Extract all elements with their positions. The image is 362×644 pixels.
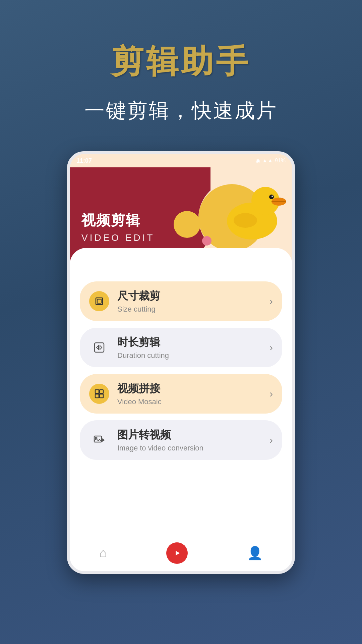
status-time: 11:07: [76, 157, 92, 164]
phone-inner: 11:07 ◉ ▲▲ 91%: [70, 154, 292, 571]
image-to-video-text: 图片转视频 Image to video conversion: [117, 428, 269, 452]
duration-cutting-title-cn: 时长剪辑: [117, 335, 269, 350]
svg-rect-11: [100, 390, 103, 393]
battery-indicator: 91%: [275, 158, 286, 164]
svg-marker-16: [176, 551, 180, 555]
svg-rect-9: [95, 343, 104, 352]
bottom-nav: ⌂ 👤: [70, 538, 292, 571]
size-cutting-title-en: Size cutting: [117, 305, 269, 314]
white-wave-decoration: [70, 248, 292, 275]
duration-cutting-text: 时长剪辑 Duration cutting: [117, 335, 269, 360]
duration-cutting-item[interactable]: 时长剪辑 Duration cutting ›: [80, 328, 282, 367]
hero-yellow-circle-small: [174, 211, 200, 238]
status-bar: 11:07 ◉ ▲▲ 91%: [70, 154, 292, 167]
clock-icon: ◉: [255, 158, 260, 164]
svg-point-6: [234, 213, 257, 228]
image-to-video-icon-bg: [89, 430, 109, 450]
svg-rect-8: [97, 299, 101, 303]
svg-rect-13: [100, 394, 103, 398]
status-icons: ◉ ▲▲ 91%: [255, 158, 286, 164]
duration-cutting-arrow: ›: [269, 342, 273, 353]
size-cutting-arrow: ›: [269, 296, 273, 307]
menu-section: 尺寸裁剪 Size cutting › 时长剪辑 Duration cuttin…: [70, 275, 292, 538]
hero-text: 视频剪辑 VIDEO EDIT: [81, 211, 155, 243]
svg-point-3: [272, 196, 273, 197]
hero-title-cn: 视频剪辑: [81, 211, 155, 230]
video-mosaic-title-cn: 视频拼接: [117, 381, 269, 396]
image-to-video-title-en: Image to video conversion: [117, 444, 269, 452]
image-convert-icon: [93, 434, 105, 446]
size-cutting-text: 尺寸裁剪 Size cutting: [117, 289, 269, 314]
video-mosaic-text: 视频拼接 Video Mosaic: [117, 381, 269, 406]
video-mosaic-icon-bg: [89, 384, 109, 404]
video-mosaic-title-en: Video Mosaic: [117, 397, 269, 406]
nav-play[interactable]: [166, 542, 188, 564]
video-mosaic-item[interactable]: 视频拼接 Video Mosaic ›: [80, 374, 282, 414]
hero-pink-dot: [202, 236, 212, 246]
size-cutting-icon-bg: [89, 291, 109, 311]
svg-rect-14: [94, 436, 102, 442]
nav-home[interactable]: ⌂: [99, 546, 107, 560]
rubber-duck-illustration: [222, 174, 289, 241]
hero-title-en: VIDEO EDIT: [81, 232, 155, 243]
user-icon: 👤: [247, 546, 263, 560]
app-title: 剪辑助手: [111, 40, 251, 84]
svg-rect-12: [95, 394, 99, 398]
signal-icon: ▲▲: [262, 158, 273, 164]
size-cutting-item[interactable]: 尺寸裁剪 Size cutting ›: [80, 281, 282, 321]
svg-point-2: [269, 195, 274, 199]
image-to-video-title-cn: 图片转视频: [117, 428, 269, 442]
phone-frame: 11:07 ◉ ▲▲ 91%: [67, 151, 295, 574]
image-to-video-item[interactable]: 图片转视频 Image to video conversion ›: [80, 420, 282, 460]
crop-icon: [94, 296, 105, 307]
mosaic-icon: [94, 388, 105, 399]
app-subtitle: 一键剪辑，快速成片: [84, 97, 278, 124]
duration-cutting-title-en: Duration cutting: [117, 351, 269, 360]
size-cutting-title-cn: 尺寸裁剪: [117, 289, 269, 304]
home-icon: ⌂: [99, 546, 107, 560]
nav-user[interactable]: 👤: [247, 546, 263, 560]
trim-icon: [93, 341, 105, 354]
duration-cutting-icon-bg: [89, 337, 109, 358]
play-icon: [166, 542, 188, 564]
video-mosaic-arrow: ›: [269, 388, 273, 399]
hero-section: 视频剪辑 VIDEO EDIT: [70, 167, 292, 275]
image-to-video-arrow: ›: [269, 434, 273, 446]
svg-rect-10: [95, 390, 99, 393]
